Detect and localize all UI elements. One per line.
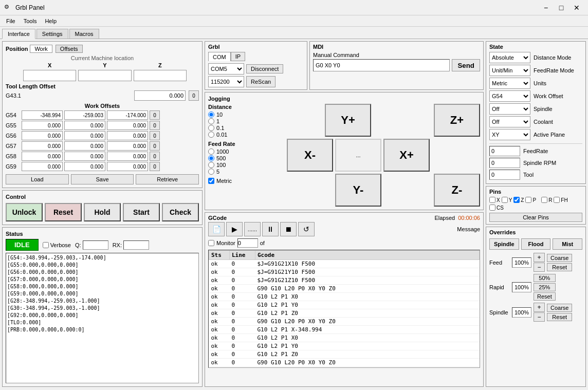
close-button[interactable]: ✕ xyxy=(569,2,584,13)
g59-x-input[interactable] xyxy=(22,162,63,171)
rapid-50-button[interactable]: 50% xyxy=(534,274,556,282)
rx-input[interactable] xyxy=(123,240,149,250)
g58-z-input[interactable] xyxy=(107,152,148,161)
spindle-plus-button[interactable]: + xyxy=(534,303,545,312)
g59-zero-btn[interactable]: 0 xyxy=(150,162,160,171)
g55-y-input[interactable] xyxy=(64,121,105,130)
g59-y-input[interactable] xyxy=(64,162,105,171)
load-button[interactable]: Load xyxy=(6,174,69,184)
feed-minus-button[interactable]: − xyxy=(534,263,545,272)
file-menu[interactable]: File xyxy=(2,17,20,25)
g58-x-input[interactable] xyxy=(22,152,63,161)
g57-x-input[interactable] xyxy=(22,141,63,151)
g57-z-input[interactable] xyxy=(107,141,148,151)
tools-menu[interactable]: Tools xyxy=(20,17,41,25)
g57-zero-btn[interactable]: 0 xyxy=(150,141,160,151)
g58-y-input[interactable] xyxy=(64,152,105,161)
xminus-button[interactable]: X- xyxy=(287,139,333,172)
help-menu[interactable]: Help xyxy=(41,17,61,25)
spindle-rpm-input[interactable] xyxy=(489,158,520,168)
rapid-reset-button[interactable]: Reset xyxy=(534,292,556,301)
gcode-pause-button[interactable]: ⏸ xyxy=(262,222,279,236)
feed-500-option[interactable]: 500 xyxy=(208,155,283,161)
clear-pins-button[interactable]: Clear Pins xyxy=(489,213,582,222)
spindle-coarse-button[interactable]: Coarse xyxy=(547,304,572,312)
distance-1-option[interactable]: 1 xyxy=(208,118,283,124)
units-select[interactable]: Metric xyxy=(489,78,530,89)
g56-z-input[interactable] xyxy=(107,131,148,140)
feed-100-option[interactable]: 100 xyxy=(208,162,283,168)
feed-coarse-button[interactable]: Coarse xyxy=(547,254,572,262)
save-button[interactable]: Save xyxy=(71,174,134,184)
g54-y-input[interactable] xyxy=(64,110,105,120)
minimize-button[interactable]: − xyxy=(539,2,553,13)
g57-y-input[interactable] xyxy=(64,141,105,151)
monitor-checkbox[interactable] xyxy=(208,240,214,246)
ip-tab[interactable]: IP xyxy=(231,52,245,61)
pin-p-check[interactable] xyxy=(525,197,531,203)
g56-y-input[interactable] xyxy=(64,131,105,140)
spindle-select[interactable]: Off xyxy=(489,103,530,115)
unlock-button[interactable]: Unlock xyxy=(6,203,43,221)
feed-1000-option[interactable]: 1000 xyxy=(208,148,283,155)
g56-x-input[interactable] xyxy=(22,131,63,140)
distance-10-option[interactable]: 10 xyxy=(208,112,283,118)
distance-001-option[interactable]: 0.01 xyxy=(208,132,283,138)
gcode-play-button[interactable]: ▶ xyxy=(226,222,243,236)
active-plane-select[interactable]: XY xyxy=(489,129,530,140)
com-tab[interactable]: COM xyxy=(208,52,231,61)
g54-z-input[interactable] xyxy=(107,110,148,120)
yminus-button[interactable]: Y- xyxy=(335,174,381,207)
mdi-command-input[interactable] xyxy=(313,59,450,71)
tab-macros[interactable]: Macros xyxy=(69,29,99,39)
gcode-stop-button[interactable]: ⏹ xyxy=(280,222,297,236)
spindle-minus-button[interactable]: − xyxy=(534,312,545,322)
zminus-button[interactable]: Z- xyxy=(434,174,480,207)
mist-button[interactable]: Mist xyxy=(553,238,582,250)
check-button[interactable]: Check xyxy=(162,203,199,221)
g54-x-input[interactable] xyxy=(22,110,63,120)
spindle-on-button[interactable]: Spindle xyxy=(489,238,519,250)
start-button[interactable]: Start xyxy=(123,203,160,221)
tool-offset-zero-btn[interactable]: 0 xyxy=(189,90,199,101)
offsets-tab[interactable]: Offsets xyxy=(56,45,83,53)
g58-zero-btn[interactable]: 0 xyxy=(150,152,160,161)
pin-fh-check[interactable] xyxy=(554,197,560,203)
gcode-dots-button[interactable]: ...... xyxy=(244,222,261,236)
verbose-check[interactable]: Verbose xyxy=(43,242,71,248)
tab-interface[interactable]: Interface xyxy=(2,29,35,39)
g54-zero-btn[interactable]: 0 xyxy=(150,110,160,120)
pin-x-check[interactable] xyxy=(489,197,495,203)
retrieve-button[interactable]: Retrieve xyxy=(136,174,199,184)
gcode-reset-button[interactable]: ↺ xyxy=(298,222,315,236)
monitor-value-input[interactable] xyxy=(237,238,258,248)
gcode-open-button[interactable]: 📄 xyxy=(208,222,225,236)
feed-reset-button[interactable]: Reset xyxy=(547,263,572,271)
tab-settings[interactable]: Settings xyxy=(36,29,68,39)
disconnect-button[interactable]: Disconnect xyxy=(246,64,283,73)
feed-plus-button[interactable]: + xyxy=(534,253,545,262)
g59-z-input[interactable] xyxy=(107,162,148,171)
verbose-checkbox[interactable] xyxy=(43,242,49,248)
pin-z-check[interactable] xyxy=(513,197,520,203)
g55-zero-btn[interactable]: 0 xyxy=(150,121,160,130)
metric-check[interactable]: Metric xyxy=(208,178,283,184)
rescan-button[interactable]: ReScan xyxy=(246,76,275,87)
flood-button[interactable]: Flood xyxy=(521,238,551,250)
g55-x-input[interactable] xyxy=(22,121,63,130)
work-tab[interactable]: Work xyxy=(30,45,52,53)
work-offset-select[interactable]: G54 xyxy=(489,90,530,102)
feedrate-mode-select[interactable]: Unit/Min xyxy=(489,65,530,76)
g56-zero-btn[interactable]: 0 xyxy=(150,131,160,140)
baud-rate-select[interactable]: 115200 xyxy=(208,76,244,87)
reset-button[interactable]: Reset xyxy=(45,203,82,221)
send-button[interactable]: Send xyxy=(452,59,480,71)
hold-button[interactable]: Hold xyxy=(84,203,121,221)
yplus-button[interactable]: Y+ xyxy=(325,104,371,137)
g55-z-input[interactable] xyxy=(107,121,148,130)
tool-input[interactable] xyxy=(489,170,520,180)
rapid-25-button[interactable]: 25% xyxy=(534,283,556,291)
zplus-button[interactable]: Z+ xyxy=(434,104,480,137)
coolant-select[interactable]: Off xyxy=(489,116,530,127)
distance-01-option[interactable]: 0.1 xyxy=(208,125,283,131)
